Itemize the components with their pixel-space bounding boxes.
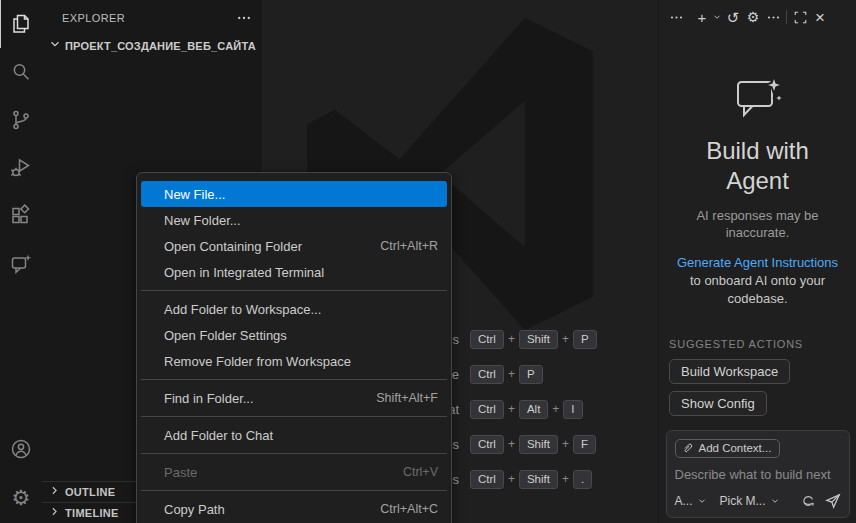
chat-history-icon[interactable]: ↺ — [723, 6, 743, 28]
menu-item-open-folder-settings[interactable]: Open Folder Settings — [141, 322, 447, 348]
search-icon[interactable] — [0, 48, 42, 96]
chat-sparkle-icon — [729, 76, 787, 120]
key-badge: Shift — [519, 435, 558, 454]
extensions-icon[interactable] — [0, 192, 42, 240]
run-debug-icon[interactable] — [0, 144, 42, 192]
menu-separator — [141, 453, 447, 454]
menu-item-find-in-folder[interactable]: Find in Folder...Shift+Alt+F — [141, 385, 447, 411]
model-picker[interactable]: Pick M... — [720, 494, 780, 508]
folder-context-menu: New File... New Folder... Open Containin… — [136, 172, 452, 523]
key-badge: Ctrl — [470, 470, 504, 489]
source-control-icon[interactable] — [0, 96, 42, 144]
menu-separator — [141, 290, 447, 291]
chat-action-icons — [799, 493, 841, 509]
suggested-actions: Build Workspace Show Config — [669, 359, 790, 416]
activity-bar: ⚙ — [0, 0, 42, 523]
key-badge: Alt — [519, 400, 548, 419]
key-badge: Shift — [519, 330, 558, 349]
agent-mode-picker[interactable]: A... — [675, 494, 707, 508]
explorer-more-actions-icon[interactable] — [236, 10, 252, 26]
show-config-button[interactable]: Show Config — [669, 391, 767, 416]
paperclip-icon — [682, 442, 694, 454]
menu-item-open-integrated-terminal[interactable]: Open in Integrated Terminal — [141, 259, 447, 285]
explorer-title: EXPLORER — [62, 12, 236, 24]
generate-instructions-link[interactable]: Generate Agent Instructions — [677, 255, 838, 270]
menu-item-paste[interactable]: PasteCtrl+V — [141, 459, 447, 485]
voice-icon[interactable] — [799, 494, 816, 509]
close-panel-icon[interactable]: × — [810, 6, 830, 28]
chat-settings-gear-icon[interactable]: ⚙ — [743, 6, 763, 28]
add-context-button[interactable]: Add Context... — [675, 439, 781, 458]
timeline-label: TIMELINE — [65, 507, 119, 519]
chat-panel: + ↺ ⚙ × Build with Agent AI responses ma… — [658, 0, 856, 523]
vscode-window: ⚙ EXPLORER ПРОЕКТ_СОЗДАНИЕ_ВЕБ_САЙТА OUT… — [0, 0, 856, 523]
menu-item-open-containing-folder[interactable]: Open Containing FolderCtrl+Alt+R — [141, 233, 447, 259]
accounts-icon[interactable] — [0, 425, 42, 473]
new-chat-icon[interactable]: + — [694, 6, 710, 28]
workspace-folder-name: ПРОЕКТ_СОЗДАНИЕ_ВЕБ_САЙТА — [65, 40, 256, 52]
send-icon[interactable] — [825, 493, 841, 509]
key-badge: Ctrl — [470, 400, 504, 419]
chat-panel-body: Build with Agent AI responses may be ina… — [659, 34, 856, 523]
outline-label: OUTLINE — [65, 486, 115, 498]
key-badge: Ctrl — [470, 330, 504, 349]
key-badge: Ctrl — [470, 435, 504, 454]
key-badge: . — [573, 470, 592, 489]
explorer-header: EXPLORER — [42, 0, 262, 35]
key-badge: P — [573, 330, 597, 349]
menu-separator — [141, 416, 447, 417]
chevron-down-icon — [48, 37, 62, 55]
explorer-icon[interactable] — [0, 0, 42, 48]
chevron-right-icon — [48, 483, 61, 501]
key-badge: F — [573, 435, 596, 454]
chat-title: Build with Agent — [688, 136, 828, 196]
build-workspace-button[interactable]: Build Workspace — [669, 359, 790, 384]
key-badge: I — [563, 400, 582, 419]
key-badge: P — [519, 365, 543, 384]
panel-more-icon[interactable] — [666, 6, 686, 28]
header-divider — [786, 10, 787, 24]
chat-disclaimer: AI responses may be inaccurate. — [683, 207, 833, 241]
menu-item-copy-path[interactable]: Copy PathCtrl+Alt+C — [141, 496, 447, 522]
menu-item-new-file[interactable]: New File... — [141, 181, 447, 207]
maximize-panel-icon[interactable] — [790, 6, 810, 28]
chat-icon[interactable] — [0, 240, 42, 288]
menu-item-add-folder-to-chat[interactable]: Add Folder to Chat — [141, 422, 447, 448]
workspace-folder-row[interactable]: ПРОЕКТ_СОЗДАНИЕ_ВЕБ_САЙТА — [42, 35, 262, 57]
menu-separator — [141, 490, 447, 491]
key-badge: Ctrl — [470, 365, 504, 384]
suggested-actions-heading: SUGGESTED ACTIONS — [669, 338, 803, 350]
chat-input-box[interactable]: Add Context... Describe what to build ne… — [666, 430, 850, 518]
chevron-right-icon — [48, 504, 61, 522]
chat-panel-header: + ↺ ⚙ × — [659, 0, 856, 34]
chevron-down-icon — [770, 496, 780, 506]
chat-more-actions-icon[interactable] — [763, 6, 783, 28]
menu-item-remove-folder-from-workspace[interactable]: Remove Folder from Workspace — [141, 348, 447, 374]
chat-input[interactable]: Describe what to build next — [675, 467, 841, 482]
chat-input-toolbar: A... Pick M... — [675, 493, 841, 509]
activity-bar-bottom: ⚙ — [0, 425, 42, 523]
settings-gear-icon[interactable]: ⚙ — [0, 473, 42, 521]
key-badge: Shift — [519, 470, 558, 489]
menu-item-add-folder-to-workspace[interactable]: Add Folder to Workspace... — [141, 296, 447, 322]
new-chat-dropdown-icon[interactable] — [710, 6, 723, 28]
menu-item-new-folder[interactable]: New Folder... — [141, 207, 447, 233]
chevron-down-icon — [697, 496, 707, 506]
onboard-text: to onboard AI onto your codebase. — [678, 272, 838, 308]
menu-separator — [141, 379, 447, 380]
